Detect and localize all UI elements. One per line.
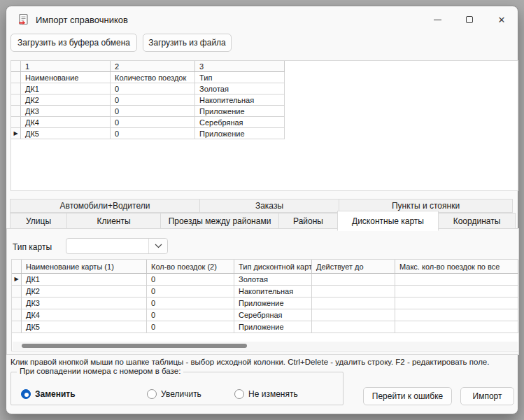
row-selector[interactable] <box>12 309 22 321</box>
radio-option-2[interactable]: Увеличить <box>147 389 201 399</box>
close-button[interactable]: ✕ <box>486 6 518 33</box>
table-cell[interactable]: ДК3 <box>21 106 111 117</box>
table-cell[interactable]: ДК2 <box>22 286 147 298</box>
row-selector[interactable] <box>11 72 21 83</box>
row-selector[interactable]: ▶ <box>12 274 22 286</box>
table-cell[interactable]: Накопительная <box>234 286 312 298</box>
table-row[interactable]: ДК40Серебряная <box>12 309 518 321</box>
tab-проезды-между-районами[interactable]: Проезды между районами <box>160 213 279 229</box>
chevron-down-icon[interactable] <box>148 239 167 253</box>
load-from-clipboard-button[interactable]: Загрузить из буфера обмена <box>10 34 137 52</box>
table-cell[interactable]: ДК1 <box>22 274 147 286</box>
load-from-file-button[interactable]: Загрузить из файла <box>143 34 232 52</box>
table-row[interactable]: ДК40Серебряная <box>11 117 518 128</box>
table-cell[interactable] <box>312 274 395 286</box>
tab-автомобили-водители[interactable]: Автомобили+Водители <box>10 199 200 213</box>
row-selector[interactable] <box>11 94 21 106</box>
table-cell[interactable]: Приложение <box>234 298 312 309</box>
table-cell[interactable] <box>312 321 395 333</box>
radio-option-3[interactable]: Не изменять <box>234 389 298 399</box>
table-row[interactable]: ДК20Накопительная <box>11 94 518 106</box>
table-cell[interactable] <box>312 286 395 298</box>
table-cell[interactable]: ДК4 <box>21 117 111 128</box>
horizontal-scrollbar[interactable] <box>13 342 518 350</box>
row-selector-header[interactable] <box>11 61 21 72</box>
table-cell[interactable] <box>395 309 518 321</box>
table-cell[interactable]: 0 <box>111 94 195 106</box>
table-row[interactable]: ДК30Приложение <box>11 106 518 117</box>
table-cell[interactable]: Золотая <box>234 274 312 286</box>
table-row[interactable]: ДК20Накопительная <box>12 286 518 298</box>
table-cell[interactable]: ДК4 <box>22 309 147 321</box>
column-header[interactable]: 2 <box>111 61 195 72</box>
tab-клиенты[interactable]: Клиенты <box>66 213 161 229</box>
table-cell[interactable]: 0 <box>111 128 195 139</box>
table-row[interactable]: ДК30Приложение <box>12 298 518 309</box>
table-cell[interactable] <box>312 309 395 321</box>
table-cell[interactable]: Приложение <box>195 128 285 139</box>
table-cell[interactable]: 0 <box>147 321 234 333</box>
column-header[interactable]: Макс. кол-во поездок по все <box>395 260 518 274</box>
import-button[interactable]: Импорт <box>460 387 514 405</box>
column-header[interactable]: Кол-во поездок (2) <box>147 260 234 274</box>
column-header[interactable]: Действует до <box>312 260 395 274</box>
column-header[interactable]: 1 <box>21 61 111 72</box>
tab-координаты[interactable]: Координаты <box>438 213 516 229</box>
table-row[interactable]: НаименованиеКоличество поездокТип <box>11 72 518 83</box>
table-cell[interactable] <box>395 321 518 333</box>
table-cell[interactable]: 0 <box>111 106 195 117</box>
table-row[interactable]: ДК50Приложение <box>12 321 518 333</box>
row-selector[interactable] <box>11 106 21 117</box>
table-cell[interactable]: Приложение <box>234 321 312 333</box>
radio-option-1[interactable]: Заменить <box>21 389 76 399</box>
table-cell[interactable] <box>312 298 395 309</box>
tab-районы[interactable]: Районы <box>278 213 338 229</box>
table-cell[interactable]: 0 <box>147 274 234 286</box>
table-cell[interactable]: ДК1 <box>21 83 111 94</box>
minimize-icon <box>434 20 441 20</box>
row-selector[interactable]: ▶ <box>11 128 21 139</box>
table-row[interactable]: ▶ДК10Золотая <box>12 274 518 286</box>
table-cell[interactable]: 0 <box>111 117 195 128</box>
table-cell[interactable]: 0 <box>147 286 234 298</box>
table-cell[interactable]: Наименование <box>21 72 111 83</box>
row-selector[interactable] <box>12 286 22 298</box>
table-cell[interactable]: Серебряная <box>195 117 285 128</box>
row-selector[interactable] <box>11 83 21 94</box>
goto-error-button[interactable]: Перейти к ошибке <box>363 387 452 405</box>
card-type-combobox[interactable] <box>66 238 168 254</box>
source-data-table[interactable]: 123НаименованиеКоличество поездокТипДК10… <box>10 60 518 191</box>
tab-улицы[interactable]: Улицы <box>10 213 67 229</box>
tab-дисконтные-карты[interactable]: Дисконтные карты <box>337 211 439 231</box>
row-selector[interactable] <box>12 298 22 309</box>
table-cell[interactable]: ДК5 <box>21 128 111 139</box>
table-cell[interactable]: Приложение <box>195 106 285 117</box>
table-row[interactable]: ДК10Золотая <box>11 83 518 94</box>
row-selector-header[interactable] <box>12 260 22 274</box>
table-cell[interactable] <box>395 286 518 298</box>
column-header[interactable]: Наименование карты (1) <box>22 260 147 274</box>
table-cell[interactable]: ДК5 <box>22 321 147 333</box>
table-row[interactable]: ▶ДК50Приложение <box>11 128 518 139</box>
table-cell[interactable]: Серебряная <box>234 309 312 321</box>
column-header[interactable]: 3 <box>195 61 285 72</box>
row-selector[interactable] <box>12 321 22 333</box>
minimize-button[interactable] <box>421 6 453 33</box>
column-header[interactable]: Тип дисконтной карты (3) <box>234 260 312 274</box>
scrollbar-thumb[interactable] <box>22 344 247 348</box>
row-selector[interactable] <box>11 117 21 128</box>
tab-заказы[interactable]: Заказы <box>199 199 339 213</box>
table-cell[interactable]: ДК3 <box>22 298 147 309</box>
table-cell[interactable]: 0 <box>147 298 234 309</box>
target-mapping-table[interactable]: Наименование карты (1)Кол-во поездок (2)… <box>11 259 519 351</box>
table-cell[interactable] <box>395 274 518 286</box>
table-cell[interactable]: Накопительная <box>195 94 285 106</box>
table-cell[interactable]: 0 <box>147 309 234 321</box>
maximize-button[interactable] <box>453 6 486 33</box>
table-cell[interactable]: Тип <box>195 72 285 83</box>
table-cell[interactable]: Количество поездок <box>111 72 195 83</box>
table-cell[interactable]: ДК2 <box>21 94 111 106</box>
table-cell[interactable]: Золотая <box>195 83 285 94</box>
table-cell[interactable]: 0 <box>111 83 195 94</box>
table-cell[interactable] <box>395 298 518 309</box>
